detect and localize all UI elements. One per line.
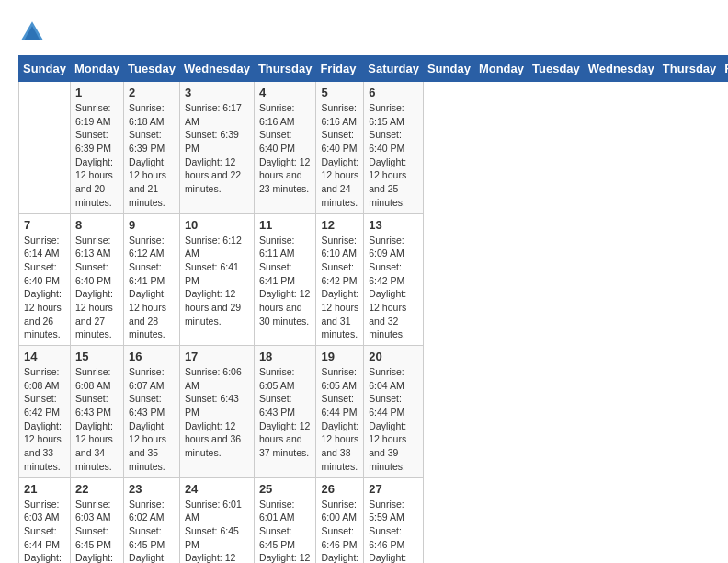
logo-icon (18, 18, 46, 46)
weekday-header-wednesday: Wednesday (584, 56, 658, 82)
day-number: 20 (369, 350, 418, 363)
calendar-cell: 25Sunrise: 6:01 AM Sunset: 6:45 PM Dayli… (254, 477, 316, 563)
day-info: Sunrise: 6:16 AM Sunset: 6:40 PM Dayligh… (259, 101, 312, 196)
day-info: Sunrise: 6:15 AM Sunset: 6:40 PM Dayligh… (369, 101, 418, 210)
day-number: 3 (185, 86, 249, 99)
weekday-header-friday: Friday (316, 56, 364, 82)
day-info: Sunrise: 6:19 AM Sunset: 6:39 PM Dayligh… (75, 101, 119, 210)
day-number: 11 (259, 218, 312, 232)
day-info: Sunrise: 6:01 AM Sunset: 6:45 PM Dayligh… (259, 498, 312, 564)
day-info: Sunrise: 6:05 AM Sunset: 6:44 PM Dayligh… (321, 365, 358, 474)
calendar-cell: 21Sunrise: 6:03 AM Sunset: 6:44 PM Dayli… (19, 477, 71, 563)
day-number: 13 (369, 218, 418, 232)
calendar-week-row: 1Sunrise: 6:19 AM Sunset: 6:39 PM Daylig… (19, 82, 729, 214)
day-info: Sunrise: 6:14 AM Sunset: 6:40 PM Dayligh… (24, 234, 65, 342)
calendar-cell: 3Sunrise: 6:17 AM Sunset: 6:39 PM Daylig… (179, 82, 254, 214)
calendar-cell: 23Sunrise: 6:02 AM Sunset: 6:45 PM Dayli… (124, 477, 180, 563)
calendar-week-row: 14Sunrise: 6:08 AM Sunset: 6:42 PM Dayli… (19, 346, 729, 478)
calendar-cell: 26Sunrise: 6:00 AM Sunset: 6:46 PM Dayli… (316, 477, 364, 563)
day-number: 10 (185, 218, 249, 232)
day-info: Sunrise: 6:11 AM Sunset: 6:41 PM Dayligh… (259, 234, 312, 328)
day-number: 7 (24, 218, 65, 232)
day-info: Sunrise: 6:06 AM Sunset: 6:43 PM Dayligh… (185, 365, 249, 460)
day-info: Sunrise: 6:03 AM Sunset: 6:44 PM Dayligh… (24, 498, 65, 564)
day-number: 8 (75, 218, 119, 232)
day-info: Sunrise: 6:04 AM Sunset: 6:44 PM Dayligh… (369, 365, 418, 474)
page-header (18, 18, 710, 46)
day-info: Sunrise: 6:02 AM Sunset: 6:45 PM Dayligh… (129, 498, 175, 564)
weekday-header-saturday: Saturday (364, 56, 424, 82)
calendar-cell: 5Sunrise: 6:16 AM Sunset: 6:40 PM Daylig… (316, 82, 364, 214)
day-number: 15 (75, 350, 119, 363)
day-number: 6 (369, 86, 418, 99)
day-number: 22 (75, 482, 119, 496)
day-number: 9 (129, 218, 175, 232)
day-number: 19 (321, 350, 358, 363)
weekday-header-friday: Friday (721, 56, 728, 82)
calendar-cell: 8Sunrise: 6:13 AM Sunset: 6:40 PM Daylig… (70, 213, 123, 346)
calendar-cell: 20Sunrise: 6:04 AM Sunset: 6:44 PM Dayli… (364, 346, 424, 478)
day-number: 1 (75, 86, 119, 99)
calendar-cell: 9Sunrise: 6:12 AM Sunset: 6:41 PM Daylig… (124, 213, 180, 346)
calendar-cell: 17Sunrise: 6:06 AM Sunset: 6:43 PM Dayli… (179, 346, 254, 478)
weekday-header-thursday: Thursday (658, 56, 721, 82)
day-number: 2 (129, 86, 175, 99)
day-number: 21 (24, 482, 65, 496)
weekday-header-thursday: Thursday (254, 56, 316, 82)
calendar-header-row: SundayMondayTuesdayWednesdayThursdayFrid… (19, 56, 729, 82)
weekday-header-sunday: Sunday (19, 56, 71, 82)
calendar-cell: 12Sunrise: 6:10 AM Sunset: 6:42 PM Dayli… (316, 213, 364, 346)
calendar-cell: 14Sunrise: 6:08 AM Sunset: 6:42 PM Dayli… (19, 346, 71, 478)
day-number: 16 (129, 350, 175, 363)
day-info: Sunrise: 6:12 AM Sunset: 6:41 PM Dayligh… (129, 234, 175, 342)
calendar-cell: 7Sunrise: 6:14 AM Sunset: 6:40 PM Daylig… (19, 213, 71, 346)
day-number: 23 (129, 482, 175, 496)
day-info: Sunrise: 6:10 AM Sunset: 6:42 PM Dayligh… (321, 234, 358, 342)
day-number: 12 (321, 218, 358, 232)
day-info: Sunrise: 6:08 AM Sunset: 6:42 PM Dayligh… (24, 365, 65, 474)
day-info: Sunrise: 6:12 AM Sunset: 6:41 PM Dayligh… (185, 234, 249, 328)
day-info: Sunrise: 6:13 AM Sunset: 6:40 PM Dayligh… (75, 234, 119, 342)
calendar-cell (19, 82, 71, 214)
weekday-header-tuesday: Tuesday (529, 56, 585, 82)
day-info: Sunrise: 6:07 AM Sunset: 6:43 PM Dayligh… (129, 365, 175, 474)
calendar-cell: 15Sunrise: 6:08 AM Sunset: 6:43 PM Dayli… (70, 346, 123, 478)
day-number: 25 (259, 482, 312, 496)
calendar-cell: 18Sunrise: 6:05 AM Sunset: 6:43 PM Dayli… (254, 346, 316, 478)
day-number: 18 (259, 350, 312, 363)
day-number: 27 (369, 482, 418, 496)
weekday-header-monday: Monday (474, 56, 528, 82)
logo (18, 18, 50, 46)
calendar-cell: 4Sunrise: 6:16 AM Sunset: 6:40 PM Daylig… (254, 82, 316, 214)
day-info: Sunrise: 6:16 AM Sunset: 6:40 PM Dayligh… (321, 101, 358, 210)
calendar-cell: 16Sunrise: 6:07 AM Sunset: 6:43 PM Dayli… (124, 346, 180, 478)
calendar-cell: 11Sunrise: 6:11 AM Sunset: 6:41 PM Dayli… (254, 213, 316, 346)
day-info: Sunrise: 6:17 AM Sunset: 6:39 PM Dayligh… (185, 101, 249, 196)
calendar-cell: 19Sunrise: 6:05 AM Sunset: 6:44 PM Dayli… (316, 346, 364, 478)
calendar-cell: 6Sunrise: 6:15 AM Sunset: 6:40 PM Daylig… (364, 82, 424, 214)
day-info: Sunrise: 6:00 AM Sunset: 6:46 PM Dayligh… (321, 498, 358, 564)
day-info: Sunrise: 6:09 AM Sunset: 6:42 PM Dayligh… (369, 234, 418, 342)
day-number: 5 (321, 86, 358, 99)
calendar-week-row: 7Sunrise: 6:14 AM Sunset: 6:40 PM Daylig… (19, 213, 729, 346)
weekday-header-sunday: Sunday (423, 56, 474, 82)
calendar-cell: 13Sunrise: 6:09 AM Sunset: 6:42 PM Dayli… (364, 213, 424, 346)
day-number: 26 (321, 482, 358, 496)
calendar-cell: 27Sunrise: 5:59 AM Sunset: 6:46 PM Dayli… (364, 477, 424, 563)
day-number: 24 (185, 482, 249, 496)
calendar-cell: 24Sunrise: 6:01 AM Sunset: 6:45 PM Dayli… (179, 477, 254, 563)
calendar-table: SundayMondayTuesdayWednesdayThursdayFrid… (18, 55, 728, 563)
day-info: Sunrise: 6:08 AM Sunset: 6:43 PM Dayligh… (75, 365, 119, 474)
calendar-week-row: 21Sunrise: 6:03 AM Sunset: 6:44 PM Dayli… (19, 477, 729, 563)
calendar-cell: 1Sunrise: 6:19 AM Sunset: 6:39 PM Daylig… (70, 82, 123, 214)
calendar-cell: 2Sunrise: 6:18 AM Sunset: 6:39 PM Daylig… (124, 82, 180, 214)
calendar-cell: 22Sunrise: 6:03 AM Sunset: 6:45 PM Dayli… (70, 477, 123, 563)
day-number: 4 (259, 86, 312, 99)
day-info: Sunrise: 6:05 AM Sunset: 6:43 PM Dayligh… (259, 365, 312, 460)
day-number: 17 (185, 350, 249, 363)
weekday-header-tuesday: Tuesday (124, 56, 180, 82)
day-info: Sunrise: 6:03 AM Sunset: 6:45 PM Dayligh… (75, 498, 119, 564)
calendar-cell: 10Sunrise: 6:12 AM Sunset: 6:41 PM Dayli… (179, 213, 254, 346)
day-info: Sunrise: 6:01 AM Sunset: 6:45 PM Dayligh… (185, 498, 249, 564)
day-info: Sunrise: 6:18 AM Sunset: 6:39 PM Dayligh… (129, 101, 175, 210)
